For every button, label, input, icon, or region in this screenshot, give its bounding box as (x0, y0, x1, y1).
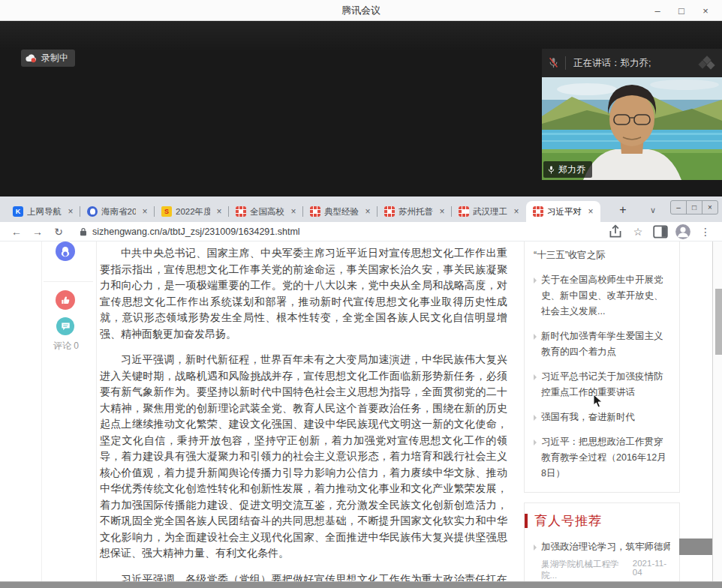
red-grid-favicon-icon (310, 206, 320, 217)
recommend-box: 育人号推荐 加强政治理论学习，筑牢师德师风底线 巢湖学院机械工程学院...202… (524, 502, 680, 581)
related-link[interactable]: 新时代加强青年学生爱国主义教育的四个着力点 (534, 328, 670, 360)
recommend-date: 2021-11-04 (633, 559, 670, 581)
meeting-body: 录制中 正在讲话：郑力乔; (0, 21, 722, 196)
back-to-top-placeholder[interactable] (679, 538, 713, 555)
tab-close-icon[interactable]: × (65, 206, 76, 217)
tab-close-icon[interactable]: × (140, 206, 150, 217)
recommend-header: 育人号推荐 (525, 512, 670, 530)
article-paragraph: 中共中央总书记、国家主席、中央军委主席习近平近日对宣传思想文化工作作出重要指示指… (100, 245, 507, 342)
triangle-bullet-icon (534, 544, 537, 550)
speaking-indicator-bar: 正在讲话：郑力乔; (542, 49, 722, 77)
mic-on-icon (547, 165, 555, 175)
comment-button[interactable] (56, 317, 74, 335)
tab-close-icon[interactable]: × (288, 206, 299, 217)
recording-label: 录制中 (41, 52, 68, 64)
participant-nametag: 郑力乔 (543, 161, 592, 178)
tab-close-icon[interactable]: × (585, 206, 596, 217)
new-tab-button[interactable]: + (614, 202, 632, 218)
mouse-cursor (593, 394, 603, 408)
share-icon[interactable] (606, 224, 624, 240)
reload-icon[interactable]: ↻ (50, 224, 68, 240)
page-restore-icon[interactable]: □ (686, 201, 702, 214)
recommend-link[interactable]: 加强政治理论学习，筑牢师德师风底线 巢湖学院机械工程学院...2021-11-0… (534, 539, 670, 581)
triangle-bullet-icon (534, 415, 537, 421)
tab-navigation-site[interactable]: K 上网导航-安全 × (6, 201, 80, 222)
webpage-content: 评论 0 中共中央总书记、国家主席、中央军委主席习近平近日对宣传思想文化工作作出… (0, 242, 722, 581)
speaker-panel: 正在讲话：郑力乔; (542, 49, 722, 180)
article-paragraph: 习近平强调，新时代新征程，世界百年未有之大变局加速演进，中华民族伟大复兴进入关键… (100, 352, 507, 562)
comment-bubble-icon (61, 322, 71, 331)
mic-muted-icon (548, 57, 559, 69)
speaking-label: 正在讲话：郑力乔; (573, 57, 696, 70)
bookmark-star-icon[interactable]: ☆ (629, 224, 647, 240)
minimize-button[interactable]: – (645, 0, 669, 21)
close-button[interactable]: × (693, 0, 717, 21)
maximize-button[interactable]: □ (669, 0, 693, 21)
divider (96, 242, 97, 581)
browser-menu-icon[interactable]: ⋮ (696, 224, 714, 240)
tab-search-chevron-icon[interactable]: ∨ (644, 202, 662, 218)
red-grid-favicon-icon (384, 206, 395, 217)
layout-grid-icon[interactable] (696, 56, 716, 70)
page-scrollbar[interactable] (712, 242, 722, 581)
thumbs-up-icon (61, 296, 71, 305)
qq-penguin-icon (60, 246, 71, 257)
triangle-bullet-icon (534, 374, 537, 380)
red-grid-favicon-icon (236, 206, 246, 217)
tab-hainan-2022[interactable]: 海南省2022年 × (80, 201, 155, 222)
tab-typical-experience[interactable]: 典型经验 - 全 × (303, 201, 378, 222)
tab-close-icon[interactable]: × (214, 206, 224, 217)
lock-icon (80, 227, 87, 236)
tab-strip: K 上网导航-安全 × 海南省2022年 × S 2022年度高校 × 全国高校… (0, 196, 722, 222)
related-link[interactable]: 关于在全国高校师生中开展党史、新中国史、改革开放史、社会主义发展... (534, 272, 670, 320)
page-close-icon[interactable]: × (702, 201, 717, 214)
divider (41, 242, 42, 581)
tab-wuhan-tech[interactable]: 武汉理工大学 × (452, 201, 526, 222)
recommend-source: 巢湖学院机械工程学院... (541, 559, 622, 581)
triangle-bullet-icon (534, 278, 537, 284)
scrollbar-thumb[interactable] (715, 289, 722, 355)
address-input[interactable]: sizhengwang.cn/a/tbtJ_zsj/231009/1634291… (71, 226, 603, 237)
taskbar-strip (0, 581, 722, 588)
tab-2022-colleges[interactable]: S 2022年度高校 × (155, 201, 229, 222)
recording-badge[interactable]: 录制中 (21, 50, 75, 67)
qq-share-button[interactable] (56, 242, 75, 261)
tab-close-icon[interactable]: × (437, 206, 447, 217)
like-button[interactable] (56, 290, 75, 310)
tab-close-icon[interactable]: × (511, 206, 522, 217)
related-link[interactable]: “十三五”收官之际 (534, 248, 670, 263)
article-body: 中共中央总书记、国家主席、中央军委主席习近平近日对宣传思想文化工作作出重要指示指… (100, 245, 507, 581)
side-panel-icon[interactable] (651, 224, 669, 240)
tab-national-sixiang[interactable]: 全国高校思想 × (229, 201, 303, 222)
paw-favicon-icon (87, 206, 98, 217)
k-site-favicon-icon: K (13, 206, 23, 217)
forward-icon[interactable]: → (29, 224, 47, 240)
divider (44, 281, 93, 282)
shared-browser: K 上网导航-安全 × 海南省2022年 × S 2022年度高校 × 全国高校… (0, 196, 722, 581)
url-bar: ← → ↻ sizhengwang.cn/a/tbtJ_zsj/231009/1… (0, 222, 722, 242)
back-icon[interactable]: ← (8, 224, 26, 240)
page-minimize-icon[interactable]: – (671, 201, 686, 214)
related-link[interactable]: 强国有我，奋进新时代 (534, 410, 670, 425)
tab-xi-jinping-article[interactable]: 习近平对宣传 × (526, 201, 600, 222)
article-paragraph: 习近平强调，各级党委（党组）要把做好宣传思想文化工作作为重大政治责任扛在肩上，确… (100, 572, 507, 582)
meeting-title: 腾讯会议 (341, 4, 381, 17)
right-sidebar: “十三五”收官之际 关于在全国高校师生中开展党史、新中国史、改革开放史、社会主义… (524, 242, 680, 581)
triangle-bullet-icon (534, 334, 537, 340)
related-articles-box: “十三五”收官之际 关于在全国高校师生中开展党史、新中国史、改革开放史、社会主义… (524, 242, 680, 493)
related-link[interactable]: 习近平：把思想政治工作贯穿教育教学全过程（2016年12月8日） (534, 434, 670, 482)
recommend-title: 育人号推荐 (534, 512, 602, 530)
cloud-record-icon (26, 54, 38, 63)
tab-suzhou-top[interactable]: 苏州托普信息 × (378, 201, 452, 222)
participant-video[interactable]: 郑力乔 (542, 77, 722, 180)
meeting-window: 腾讯会议 – □ × 录制中 正在讲话：郑力 (0, 0, 722, 588)
page-window-controls[interactable]: – □ × (670, 200, 718, 214)
url-text: sizhengwang.cn/a/tbtJ_zsj/231009/1634291… (92, 226, 300, 237)
red-grid-favicon-icon (459, 206, 469, 217)
meeting-titlebar: 腾讯会议 – □ × (0, 0, 722, 21)
tab-close-icon[interactable]: × (363, 206, 373, 217)
comment-count-label: 评论 0 (44, 340, 89, 352)
red-accent-bar (525, 514, 528, 528)
profile-avatar-icon[interactable] (674, 224, 692, 240)
red-grid-favicon-icon (533, 206, 543, 217)
